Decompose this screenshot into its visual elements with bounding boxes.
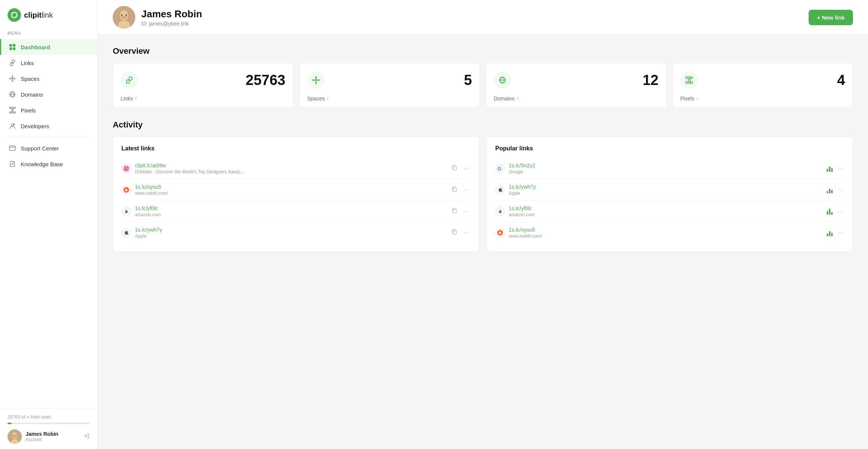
sidebar-item-knowledge[interactable]: Knowledge Base — [0, 156, 97, 172]
svg-point-45 — [312, 79, 314, 81]
logo-text-main: clipit — [24, 11, 42, 19]
svg-point-31 — [12, 432, 17, 438]
sidebar-item-links[interactable]: Links — [0, 55, 97, 71]
svg-point-40 — [126, 14, 127, 16]
more-icon[interactable]: ··· — [836, 185, 844, 195]
sidebar-item-label-dashboard: Dashboard — [21, 44, 50, 50]
sidebar-item-spaces[interactable]: Spaces — [0, 71, 97, 86]
svg-point-66 — [127, 190, 127, 190]
overview-card-links[interactable]: 25763 Links › — [113, 63, 293, 108]
spaces-card-icon — [307, 71, 325, 89]
header-user-details: James Robin james@ybee.link — [141, 8, 202, 27]
sidebar-item-dashboard[interactable]: Dashboard — [0, 39, 97, 55]
link-actions: ··· — [450, 228, 470, 238]
svg-point-39 — [121, 14, 122, 16]
svg-point-76 — [501, 231, 502, 232]
favicon-reddit-pop — [495, 228, 505, 238]
sidebar-item-label-support: Support Center — [21, 145, 59, 152]
more-icon[interactable]: ··· — [463, 185, 470, 195]
overview-title: Overview — [113, 46, 853, 56]
overview-card-domains[interactable]: 12 Domains › — [486, 63, 667, 108]
svg-rect-18 — [12, 107, 13, 109]
link-url: 1s.lc/yf0lc — [135, 205, 446, 211]
content-area: Overview 25763 Links › — [98, 35, 868, 449]
user-role: Account — [26, 437, 58, 442]
copy-icon[interactable] — [450, 206, 459, 217]
bar-chart-icon[interactable] — [827, 165, 833, 172]
spaces-label: Spaces › — [307, 96, 472, 102]
new-link-button[interactable]: + New link — [809, 10, 853, 25]
bar-chart-icon[interactable] — [827, 208, 833, 215]
pixels-label: Pixels › — [680, 96, 845, 102]
link-card-icon — [121, 71, 138, 89]
more-icon[interactable]: ··· — [836, 164, 844, 173]
sidebar-item-label-developers: Developers — [21, 123, 49, 129]
copy-icon[interactable] — [450, 228, 459, 238]
sidebar-item-label-links: Links — [21, 60, 34, 66]
svg-rect-60 — [691, 82, 693, 83]
bar-chart-icon[interactable] — [827, 187, 833, 193]
svg-rect-26 — [9, 146, 15, 150]
link-desc: Apple — [509, 191, 823, 196]
more-icon[interactable]: ··· — [836, 228, 844, 238]
logo-wordmark: clipitlink — [24, 11, 53, 20]
avatar — [8, 429, 22, 444]
logout-icon[interactable] — [83, 432, 90, 441]
svg-point-75 — [501, 232, 501, 233]
user-details: James Robin Account — [26, 431, 58, 442]
svg-point-9 — [14, 78, 15, 79]
more-icon[interactable]: ··· — [463, 228, 470, 238]
svg-point-33 — [13, 435, 14, 435]
grid-icon — [9, 43, 16, 51]
pixels-icon — [9, 106, 16, 114]
link-desc: Google — [509, 169, 823, 174]
link-url: 1s.lc/oysu5 — [509, 227, 823, 233]
svg-rect-17 — [9, 107, 11, 109]
sidebar-item-label-knowledge: Knowledge Base — [21, 161, 63, 167]
svg-point-5 — [12, 78, 13, 79]
svg-rect-41 — [142, 22, 146, 25]
bar-chart-icon[interactable] — [827, 229, 833, 236]
sidebar-item-domains[interactable]: Domains — [0, 86, 97, 102]
usage-text: 25763 of ∞ links used. — [8, 414, 90, 420]
list-item: 1s.lc/ywh7y Apple ··· — [121, 222, 470, 243]
svg-rect-58 — [686, 82, 688, 83]
latest-links-panel: Latest links clipit.lc/a0i9w Dribbble - … — [113, 137, 479, 252]
svg-rect-19 — [14, 107, 15, 109]
link-actions: ··· — [450, 206, 470, 217]
svg-rect-3 — [9, 47, 12, 50]
svg-rect-68 — [453, 188, 457, 191]
svg-rect-54 — [686, 77, 688, 79]
link-url: 1s.lc/yf0lc — [509, 205, 823, 211]
logo-icon — [8, 8, 21, 22]
link-desc: amazon.com — [135, 212, 446, 217]
usage-bar — [8, 423, 90, 424]
more-icon[interactable]: ··· — [463, 206, 470, 216]
sidebar-item-developers[interactable]: Developers — [0, 118, 97, 134]
user-name: James Robin — [26, 431, 58, 437]
domains-label: Domains › — [494, 96, 659, 102]
sidebar-item-pixels[interactable]: Pixels — [0, 102, 97, 118]
links-count: 25763 — [246, 72, 286, 88]
link-desc: www.reddit.com/ — [509, 234, 823, 239]
copy-icon[interactable] — [450, 185, 459, 195]
link-details: 1s.lc/ywh7y Apple — [135, 227, 446, 239]
favicon-amazon-pop: a — [495, 206, 505, 216]
list-item: a 1s.lc/yf0lc amazon.com ··· — [121, 201, 470, 222]
svg-rect-23 — [14, 112, 15, 113]
sidebar-item-label-spaces: Spaces — [21, 76, 39, 82]
svg-point-6 — [12, 76, 13, 77]
main-content: James Robin james@ybee.link + New link O… — [98, 0, 868, 449]
overview-card-pixels[interactable]: 4 Pixels › — [673, 63, 853, 108]
links-label: Links › — [121, 96, 286, 102]
svg-rect-70 — [453, 231, 457, 234]
svg-point-46 — [318, 79, 319, 81]
more-icon[interactable]: ··· — [836, 206, 844, 216]
knowledge-icon — [9, 160, 16, 168]
copy-icon[interactable] — [450, 163, 459, 174]
svg-point-74 — [499, 232, 500, 233]
more-icon[interactable]: ··· — [463, 164, 470, 173]
sidebar-item-support[interactable]: Support Center — [0, 140, 97, 156]
overview-card-spaces[interactable]: 5 Spaces › — [299, 63, 480, 108]
link-actions: ··· — [827, 206, 844, 216]
